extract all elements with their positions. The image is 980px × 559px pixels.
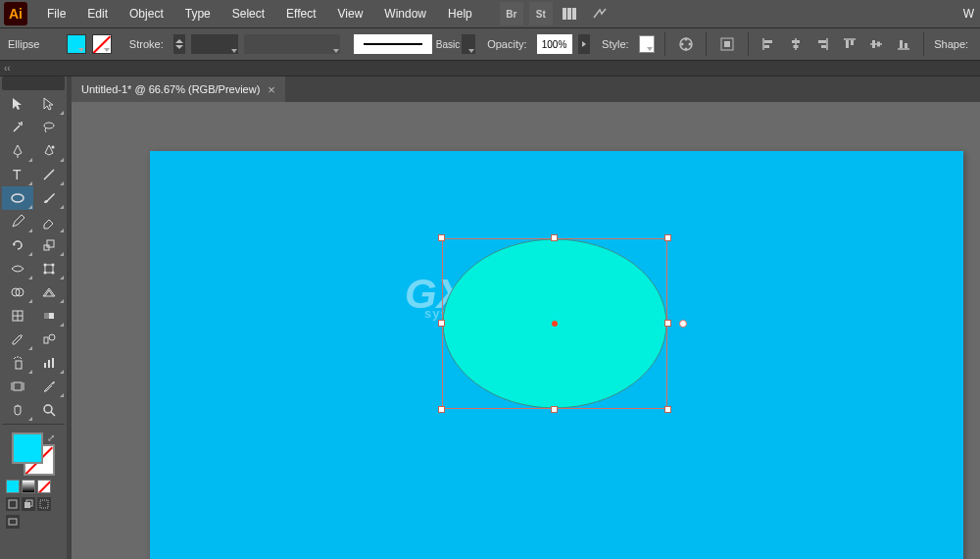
color-mode-gradient[interactable]	[22, 480, 35, 493]
menu-type[interactable]: Type	[175, 3, 220, 25]
stroke-weight-input[interactable]	[173, 34, 185, 54]
slice-tool[interactable]	[33, 375, 65, 398]
column-graph-tool[interactable]	[33, 351, 65, 375]
draw-behind-icon[interactable]	[22, 497, 35, 511]
menu-bar: Ai File Edit Object Type Select Effect V…	[0, 0, 980, 28]
handle-bottom-left[interactable]	[438, 406, 445, 413]
menu-edit[interactable]: Edit	[77, 3, 118, 25]
screen-mode-icon[interactable]	[6, 515, 20, 529]
canvas-viewport[interactable]: GX|网 system.com	[72, 102, 980, 559]
center-point-icon[interactable]	[552, 321, 558, 327]
direct-selection-tool[interactable]	[33, 92, 65, 116]
opacity-flyout-button[interactable]	[578, 34, 591, 54]
fill-color-swatch[interactable]	[67, 34, 86, 54]
width-tool[interactable]	[2, 257, 33, 280]
close-tab-icon[interactable]: ×	[268, 82, 275, 97]
workspace-switcher[interactable]: W	[954, 3, 976, 25]
panel-tab-strip[interactable]	[2, 76, 65, 90]
handle-bottom-right[interactable]	[664, 406, 671, 413]
style-label: Style:	[602, 38, 629, 50]
menu-view[interactable]: View	[328, 3, 373, 25]
svg-rect-18	[821, 45, 826, 48]
selection-tool[interactable]	[2, 92, 33, 116]
stroke-profile-dropdown[interactable]	[191, 34, 238, 54]
svg-rect-35	[45, 265, 53, 273]
free-transform-tool[interactable]	[33, 257, 65, 280]
eyedropper-tool[interactable]	[2, 328, 33, 351]
svg-rect-47	[44, 337, 48, 343]
recolor-artwork-icon[interactable]	[675, 32, 696, 56]
svg-point-29	[52, 146, 55, 149]
blend-tool[interactable]	[33, 328, 65, 351]
hand-tool[interactable]	[2, 398, 33, 422]
stock-icon[interactable]: St	[529, 2, 553, 25]
rotate-tool[interactable]	[2, 233, 33, 257]
color-mode-solid[interactable]	[6, 480, 20, 493]
handle-top-left[interactable]	[438, 234, 445, 241]
color-mode-none[interactable]	[37, 480, 51, 493]
fill-stroke-indicator[interactable]: ⤢	[12, 432, 55, 476]
zoom-tool[interactable]	[33, 398, 65, 422]
type-tool[interactable]: T	[2, 163, 33, 186]
ellipse-tool[interactable]	[2, 186, 33, 210]
gradient-tool[interactable]	[33, 304, 65, 328]
workspace: T ⤢	[0, 76, 980, 559]
scale-tool[interactable]	[33, 233, 65, 257]
mesh-tool[interactable]	[2, 304, 33, 328]
handle-top-mid[interactable]	[551, 234, 558, 241]
arrange-documents-icon[interactable]	[559, 2, 582, 25]
paintbrush-tool[interactable]	[33, 186, 65, 210]
svg-rect-14	[792, 40, 800, 43]
draw-normal-icon[interactable]	[6, 497, 20, 511]
handle-mid-right[interactable]	[664, 320, 671, 327]
handle-mid-left[interactable]	[438, 320, 445, 327]
svg-point-7	[680, 43, 683, 46]
fill-swatch-icon[interactable]	[12, 432, 43, 464]
symbol-sprayer-tool[interactable]	[2, 351, 33, 375]
magic-wand-tool[interactable]	[2, 116, 33, 139]
bridge-icon[interactable]: Br	[500, 2, 523, 25]
line-segment-tool[interactable]	[33, 163, 65, 186]
perspective-grid-tool[interactable]	[33, 280, 65, 304]
handle-bottom-mid[interactable]	[551, 406, 558, 413]
brush-definition-dropdown[interactable]	[354, 34, 432, 54]
align-right-icon[interactable]	[811, 32, 832, 56]
opacity-input[interactable]	[537, 34, 572, 54]
svg-point-6	[684, 48, 687, 51]
lasso-tool[interactable]	[33, 116, 65, 139]
align-center-v-icon[interactable]	[865, 32, 886, 56]
draw-inside-icon[interactable]	[37, 497, 51, 511]
svg-rect-2	[572, 8, 576, 20]
stroke-color-swatch[interactable]	[92, 34, 112, 54]
menu-help[interactable]: Help	[438, 3, 482, 25]
menu-file[interactable]: File	[37, 3, 75, 25]
variable-width-dropdown[interactable]	[244, 34, 340, 54]
svg-point-4	[684, 38, 687, 41]
menu-window[interactable]: Window	[374, 3, 436, 25]
align-center-h-icon[interactable]	[785, 32, 806, 56]
curvature-tool[interactable]	[33, 139, 65, 163]
pencil-tool[interactable]	[2, 210, 33, 233]
align-left-icon[interactable]	[758, 32, 778, 56]
align-top-icon[interactable]	[839, 32, 859, 56]
align-to-artboard-icon[interactable]	[716, 32, 737, 56]
swap-fill-stroke-icon[interactable]: ⤢	[47, 432, 55, 443]
menu-object[interactable]: Object	[120, 3, 173, 25]
pie-widget-handle[interactable]	[679, 320, 687, 328]
brush-dropdown-arrow[interactable]	[462, 34, 475, 54]
align-bottom-icon[interactable]	[893, 32, 913, 56]
document-tab[interactable]: Untitled-1* @ 66.67% (RGB/Preview) ×	[72, 76, 285, 102]
artboard[interactable]: GX|网 system.com	[150, 151, 963, 559]
menu-select[interactable]: Select	[222, 3, 274, 25]
gpu-preview-icon[interactable]	[588, 2, 612, 25]
pen-tool[interactable]	[2, 139, 33, 163]
menu-effect[interactable]: Effect	[276, 3, 325, 25]
handle-top-right[interactable]	[664, 234, 671, 241]
graphic-style-swatch[interactable]	[639, 35, 655, 53]
eraser-tool[interactable]	[33, 210, 65, 233]
collapse-panels-button[interactable]	[0, 61, 980, 76]
shape-builder-tool[interactable]	[2, 280, 33, 304]
selection-bounding-box[interactable]	[442, 238, 667, 409]
svg-point-5	[688, 43, 691, 46]
artboard-tool[interactable]	[2, 375, 33, 398]
